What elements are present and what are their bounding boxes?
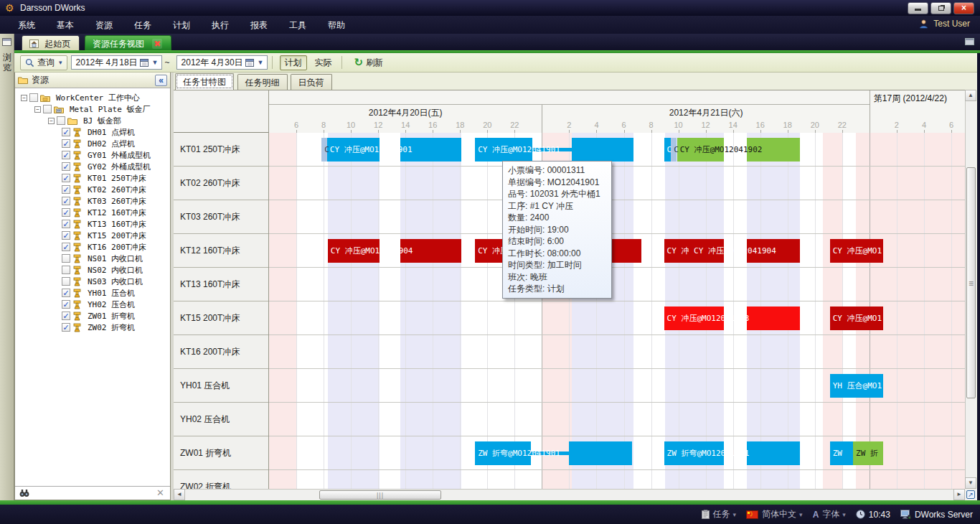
- date-from-picker[interactable]: 2012年 4月18日 ▼: [71, 55, 162, 70]
- tree-checkbox[interactable]: ✓: [62, 151, 70, 159]
- gantt-task-bar[interactable]: [569, 441, 631, 465]
- horizontal-scrollbar[interactable]: ◄ ► |||: [174, 489, 965, 500]
- tree-checkbox[interactable]: [62, 266, 70, 274]
- gantt-task-label: CY 冲压@MO12041903: [664, 307, 750, 330]
- restore-button[interactable]: [930, 2, 951, 14]
- horizontal-scroll-thumb[interactable]: |||: [319, 490, 441, 500]
- tree-item-13[interactable]: ✓KT16 200T冲床: [15, 241, 170, 253]
- tree-item-7[interactable]: ✓KT01 250T冲床: [15, 172, 170, 184]
- tree-item-17[interactable]: ✓YH01 压合机: [15, 287, 170, 299]
- tree-item-20[interactable]: ✓ZW02 折弯机: [15, 322, 170, 333]
- actual-toggle-button[interactable]: 实际: [310, 55, 337, 70]
- tree-checkbox[interactable]: [62, 277, 70, 286]
- tree-checkbox[interactable]: ✓: [62, 208, 70, 217]
- panel-pin-icon[interactable]: [2, 38, 11, 46]
- scroll-right-arrow[interactable]: ►: [953, 489, 965, 500]
- vertical-scrollbar[interactable]: ▲ ▼ ≡: [965, 90, 976, 489]
- tree-item-label: ZW02 折弯机: [88, 322, 135, 333]
- tree-item-4[interactable]: ✓DH02 点焊机: [15, 138, 170, 149]
- jump-corner-icon[interactable]: ↗: [966, 490, 975, 499]
- menu-item-8[interactable]: 帮助: [317, 16, 356, 34]
- tree-item-11[interactable]: ✓KT13 160T冲床: [15, 218, 170, 230]
- tree-item-5[interactable]: ✓GY01 外桶成型机: [15, 149, 170, 161]
- tree-checkbox[interactable]: ✓: [62, 162, 70, 171]
- tree-checkbox[interactable]: ✓: [62, 139, 70, 148]
- collapsed-panel-tab[interactable]: 浏览: [1, 52, 13, 72]
- tree-item-label: NS01 内收口机: [88, 253, 143, 264]
- tree-checkbox[interactable]: ✓: [62, 220, 70, 228]
- menu-item-7[interactable]: 工具: [278, 16, 317, 34]
- tree-item-10[interactable]: ✓KT12 160T冲床: [15, 207, 170, 218]
- tab-home-page[interactable]: 起始页: [22, 35, 80, 50]
- tree-item-3[interactable]: ✓DH01 点焊机: [15, 126, 170, 138]
- gantt-task-bar[interactable]: [572, 138, 633, 162]
- tree-checkbox[interactable]: ✓: [62, 323, 70, 332]
- tree-expander-icon[interactable]: −: [48, 118, 55, 124]
- dropdown-arrow-icon[interactable]: ▼: [151, 59, 160, 66]
- tree-item-1[interactable]: −Metal Plate 钣金厂: [15, 103, 170, 115]
- menu-item-2[interactable]: 资源: [85, 16, 123, 34]
- refresh-button[interactable]: ↻ 刷新: [349, 55, 389, 70]
- status-language-dropdown[interactable]: 简体中文 ▾: [746, 508, 803, 520]
- tree-checkbox[interactable]: ✓: [62, 174, 70, 182]
- collapse-panel-button[interactable]: «: [155, 75, 167, 86]
- tree-checkbox[interactable]: [62, 254, 70, 263]
- minimize-button[interactable]: [908, 2, 928, 14]
- tree-expander-icon[interactable]: −: [21, 95, 27, 101]
- tree-checkbox[interactable]: [43, 105, 52, 113]
- tooltip-line: 结束时间: 6:00: [508, 235, 606, 248]
- tree-checkbox[interactable]: ✓: [62, 231, 70, 240]
- scroll-up-arrow[interactable]: ▲: [965, 90, 976, 101]
- tree-checkbox[interactable]: ✓: [62, 300, 70, 309]
- tree-find-bar[interactable]: ✕: [15, 486, 170, 500]
- panel-layout-icon[interactable]: [965, 38, 974, 45]
- tree-item-9[interactable]: ✓KT03 260T冲床: [15, 195, 170, 207]
- gantt-task-bar[interactable]: [747, 307, 800, 330]
- tree-item-16[interactable]: NS03 内收口机: [15, 276, 170, 287]
- tree-item-12[interactable]: ✓KT15 200T冲床: [15, 230, 170, 241]
- tree-item-6[interactable]: ✓GY02 外桶成型机: [15, 161, 170, 172]
- close-find-icon[interactable]: ✕: [156, 487, 164, 498]
- vertical-scroll-thumb[interactable]: ≡: [966, 167, 976, 398]
- menu-item-4[interactable]: 计划: [162, 16, 201, 34]
- tree-checkbox[interactable]: [57, 116, 65, 125]
- plan-toggle-button[interactable]: 计划: [280, 55, 307, 70]
- tree-checkbox[interactable]: ✓: [62, 312, 70, 320]
- tree-item-15[interactable]: NS02 内收口机: [15, 264, 170, 276]
- close-button[interactable]: ×: [953, 2, 974, 14]
- close-tab-icon[interactable]: ✖: [152, 39, 162, 49]
- dropdown-arrow-icon[interactable]: ▼: [256, 59, 265, 66]
- menu-item-5[interactable]: 执行: [201, 16, 240, 34]
- tree-checkbox[interactable]: ✓: [62, 128, 70, 136]
- tree-checkbox[interactable]: ✓: [62, 197, 70, 205]
- tree-checkbox[interactable]: ✓: [62, 243, 70, 251]
- view-tab-0[interactable]: 任务甘特图: [175, 73, 234, 90]
- tree-item-14[interactable]: NS01 内收口机: [15, 253, 170, 264]
- gantt-task-label: YH 压合@MO1: [830, 374, 882, 398]
- scroll-down-arrow[interactable]: ▼: [965, 477, 976, 489]
- status-task-dropdown[interactable]: 任务 ▾: [702, 508, 737, 520]
- menu-item-0[interactable]: 系统: [7, 16, 46, 34]
- menu-item-6[interactable]: 报表: [240, 16, 278, 34]
- status-font-dropdown[interactable]: A 字体 ▾: [813, 508, 846, 520]
- tree-item-8[interactable]: ✓KT02 260T冲床: [15, 184, 170, 195]
- tree-item-0[interactable]: −WorkCenter 工作中心: [15, 92, 170, 103]
- tree-item-18[interactable]: ✓YH02 压合机: [15, 299, 170, 310]
- tree-item-19[interactable]: ✓ZW01 折弯机: [15, 310, 170, 322]
- tree-checkbox[interactable]: ✓: [62, 289, 70, 297]
- tab-resource-task-view[interactable]: 资源任务视图 ✖: [85, 35, 171, 50]
- menu-item-1[interactable]: 基本: [46, 16, 85, 34]
- gantt-task-bar[interactable]: [747, 441, 800, 465]
- tree-item-2[interactable]: −BJ 钣金部: [15, 115, 170, 126]
- tree-checkbox[interactable]: [29, 93, 38, 102]
- query-button[interactable]: 查询 ▾: [20, 55, 67, 70]
- view-tab-2[interactable]: 日负荷: [291, 74, 332, 90]
- tree-expander-icon[interactable]: −: [34, 106, 41, 113]
- menu-item-3[interactable]: 任务: [123, 16, 162, 34]
- tree-checkbox[interactable]: ✓: [62, 185, 70, 194]
- view-tab-1[interactable]: 任务明细: [237, 74, 288, 90]
- gantt-hour-tick: 12: [374, 121, 382, 129]
- scroll-left-arrow[interactable]: ◄: [174, 489, 185, 500]
- gantt-hour-tick: 14: [729, 121, 738, 129]
- date-to-picker[interactable]: 2012年 4月30日 ▼: [176, 55, 268, 70]
